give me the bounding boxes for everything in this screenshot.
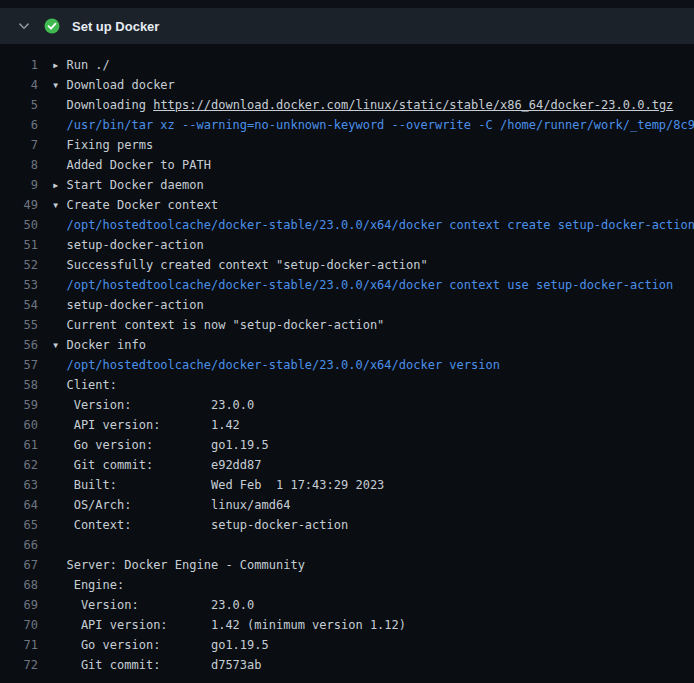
line-number[interactable]: 50 <box>0 215 52 235</box>
line-content: /opt/hostedtoolcache/docker-stable/23.0.… <box>52 215 694 235</box>
log-text: Current context is now "setup-docker-act… <box>52 318 384 332</box>
log-group-line[interactable]: 49▾ Create Docker context <box>0 195 694 215</box>
log-group-line[interactable]: 4▾ Download docker <box>0 75 694 95</box>
line-content: Git commit: e92dd87 <box>52 455 694 475</box>
log-line: 62 Git commit: e92dd87 <box>0 455 694 475</box>
line-content: ▸ Start Docker daemon <box>52 175 694 195</box>
log-text <box>52 358 66 372</box>
line-number[interactable]: 68 <box>0 575 52 595</box>
log-line: 60 API version: 1.42 <box>0 415 694 435</box>
log-link[interactable]: https://download.docker.com/linux/static… <box>153 98 673 112</box>
log-line: 52 Successfully created context "setup-d… <box>0 255 694 275</box>
log-text <box>52 278 66 292</box>
line-number[interactable]: 72 <box>0 655 52 675</box>
line-number[interactable]: 1 <box>0 55 52 75</box>
line-number[interactable]: 51 <box>0 235 52 255</box>
log-text: Engine: <box>52 578 124 592</box>
line-content: Git commit: d7573ab <box>52 655 694 675</box>
line-content: Engine: <box>52 575 694 595</box>
line-number[interactable]: 55 <box>0 315 52 335</box>
line-number[interactable]: 64 <box>0 495 52 515</box>
log-text: Git commit: d7573ab <box>52 658 262 672</box>
chevron-down-icon[interactable] <box>16 18 32 34</box>
command-text: /opt/hostedtoolcache/docker-stable/23.0.… <box>66 358 499 372</box>
log-text: setup-docker-action <box>52 238 204 252</box>
log-line: 7 Fixing perms <box>0 135 694 155</box>
log-line: 70 API version: 1.42 (minimum version 1.… <box>0 615 694 635</box>
line-number[interactable]: 70 <box>0 615 52 635</box>
line-content: Server: Docker Engine - Community <box>52 555 694 575</box>
line-number[interactable]: 6 <box>0 115 52 135</box>
line-number[interactable]: 56 <box>0 335 52 355</box>
log-text: Downloading <box>52 98 153 112</box>
log-lines: 1▸ Run ./4▾ Download docker5 Downloading… <box>0 55 694 675</box>
log-line: 6 /usr/bin/tar xz --warning=no-unknown-k… <box>0 115 694 135</box>
line-content: Fixing perms <box>52 135 694 155</box>
line-content: setup-docker-action <box>52 235 694 255</box>
command-text: /opt/hostedtoolcache/docker-stable/23.0.… <box>66 218 694 232</box>
group-toggle-icon: ▾ <box>52 198 66 212</box>
line-number[interactable]: 52 <box>0 255 52 275</box>
log-text: Run ./ <box>66 58 109 72</box>
line-number[interactable]: 59 <box>0 395 52 415</box>
log-group-line[interactable]: 1▸ Run ./ <box>0 55 694 75</box>
log-line: 58 Client: <box>0 375 694 395</box>
line-number[interactable]: 54 <box>0 295 52 315</box>
log-text: setup-docker-action <box>52 298 204 312</box>
line-number[interactable]: 9 <box>0 175 52 195</box>
line-number[interactable]: 7 <box>0 135 52 155</box>
line-number[interactable]: 61 <box>0 435 52 455</box>
log-text: API version: 1.42 <box>52 418 240 432</box>
line-number[interactable]: 8 <box>0 155 52 175</box>
line-content: Version: 23.0.0 <box>52 395 694 415</box>
line-content: /usr/bin/tar xz --warning=no-unknown-key… <box>52 115 694 135</box>
line-content: Go version: go1.19.5 <box>52 635 694 655</box>
line-content: Built: Wed Feb 1 17:43:29 2023 <box>52 475 694 495</box>
log-line: 68 Engine: <box>0 575 694 595</box>
line-content: /opt/hostedtoolcache/docker-stable/23.0.… <box>52 275 694 295</box>
line-number[interactable]: 65 <box>0 515 52 535</box>
line-number[interactable]: 4 <box>0 75 52 95</box>
line-content: ▾ Download docker <box>52 75 694 95</box>
step-header[interactable]: Set up Docker <box>0 8 694 44</box>
line-content: Successfully created context "setup-dock… <box>52 255 694 275</box>
log-line: 5 Downloading https://download.docker.co… <box>0 95 694 115</box>
step-title: Set up Docker <box>72 19 159 34</box>
log-text: Download docker <box>66 78 174 92</box>
group-toggle-icon: ▾ <box>52 338 66 352</box>
line-number[interactable]: 71 <box>0 635 52 655</box>
log-text: Git commit: e92dd87 <box>52 458 262 472</box>
log-group-line[interactable]: 56▾ Docker info <box>0 335 694 355</box>
log-line: 8 Added Docker to PATH <box>0 155 694 175</box>
log-line: 57 /opt/hostedtoolcache/docker-stable/23… <box>0 355 694 375</box>
line-number[interactable]: 5 <box>0 95 52 115</box>
log-line: 63 Built: Wed Feb 1 17:43:29 2023 <box>0 475 694 495</box>
line-number[interactable]: 67 <box>0 555 52 575</box>
line-number[interactable]: 53 <box>0 275 52 295</box>
log-line: 59 Version: 23.0.0 <box>0 395 694 415</box>
log-line: 53 /opt/hostedtoolcache/docker-stable/23… <box>0 275 694 295</box>
log-line: 55 Current context is now "setup-docker-… <box>0 315 694 335</box>
log-line: 50 /opt/hostedtoolcache/docker-stable/23… <box>0 215 694 235</box>
line-number[interactable]: 58 <box>0 375 52 395</box>
line-content: Version: 23.0.0 <box>52 595 694 615</box>
log-text: Go version: go1.19.5 <box>52 638 269 652</box>
line-number[interactable]: 62 <box>0 455 52 475</box>
line-number[interactable]: 49 <box>0 195 52 215</box>
line-content: OS/Arch: linux/amd64 <box>52 495 694 515</box>
log-text: OS/Arch: linux/amd64 <box>52 498 290 512</box>
log-line: 72 Git commit: d7573ab <box>0 655 694 675</box>
line-number[interactable]: 69 <box>0 595 52 615</box>
line-number[interactable]: 63 <box>0 475 52 495</box>
line-content: ▾ Docker info <box>52 335 694 355</box>
line-content: setup-docker-action <box>52 295 694 315</box>
line-number[interactable]: 66 <box>0 535 52 555</box>
log-text: Version: 23.0.0 <box>52 398 254 412</box>
line-content: API version: 1.42 <box>52 415 694 435</box>
line-content: Client: <box>52 375 694 395</box>
log-group-line[interactable]: 9▸ Start Docker daemon <box>0 175 694 195</box>
line-number[interactable]: 60 <box>0 415 52 435</box>
line-number[interactable]: 57 <box>0 355 52 375</box>
log-text <box>52 218 66 232</box>
log-area: 1▸ Run ./4▾ Download docker5 Downloading… <box>0 44 694 683</box>
